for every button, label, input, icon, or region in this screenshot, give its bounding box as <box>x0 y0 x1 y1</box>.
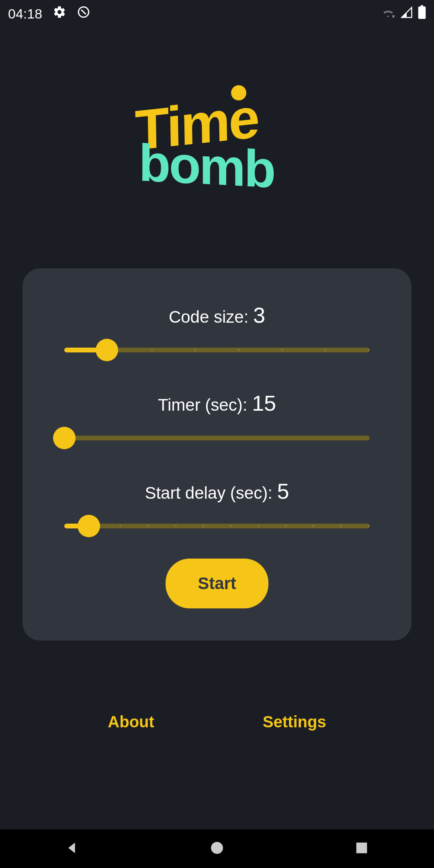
timer-label-row: Timer (sec): 15 <box>55 391 379 416</box>
delay-slider[interactable] <box>64 524 370 528</box>
app-logo: Time bomb <box>133 84 301 196</box>
code-size-group: Code size: 3 <box>55 303 379 352</box>
back-icon[interactable] <box>64 840 80 858</box>
code-size-slider[interactable] <box>64 348 370 352</box>
svg-rect-2 <box>418 6 426 19</box>
code-size-thumb[interactable] <box>96 339 118 361</box>
code-size-label: Code size: <box>169 307 253 326</box>
gear-icon <box>53 5 66 22</box>
delay-group: Start delay (sec): 5 <box>55 479 379 528</box>
status-time: 04:18 <box>8 6 42 22</box>
sync-off-icon <box>77 5 90 22</box>
settings-card: Code size: 3 Timer (sec): 15 Start delay… <box>23 268 411 641</box>
logo-line2: bomb <box>139 132 274 200</box>
settings-link[interactable]: Settings <box>263 713 326 731</box>
bottom-links: About Settings <box>108 713 326 731</box>
app-content: Time bomb Code size: 3 Timer (sec): 15 <box>0 27 434 829</box>
timer-label: Timer (sec): <box>158 395 252 414</box>
wifi-off-icon: × <box>381 6 395 22</box>
delay-thumb[interactable] <box>78 515 100 537</box>
delay-value: 5 <box>277 479 289 503</box>
code-size-value: 3 <box>253 303 265 327</box>
svg-text:×: × <box>392 13 395 18</box>
battery-icon <box>418 5 426 22</box>
recents-icon[interactable] <box>354 840 370 858</box>
start-button[interactable]: Start <box>166 559 268 608</box>
svg-point-4 <box>211 842 223 854</box>
svg-rect-5 <box>356 843 367 854</box>
delay-label-row: Start delay (sec): 5 <box>55 479 379 504</box>
timer-value: 15 <box>252 391 276 415</box>
timer-group: Timer (sec): 15 <box>55 391 379 440</box>
signal-icon <box>399 6 414 22</box>
about-link[interactable]: About <box>108 713 154 731</box>
timer-slider[interactable] <box>64 436 370 440</box>
timer-thumb[interactable] <box>53 427 76 449</box>
svg-rect-3 <box>421 5 423 7</box>
delay-label: Start delay (sec): <box>145 483 277 502</box>
code-size-label-row: Code size: 3 <box>55 303 379 328</box>
status-bar: 04:18 × <box>0 0 434 27</box>
nav-bar <box>0 829 434 868</box>
home-icon[interactable] <box>209 840 225 858</box>
